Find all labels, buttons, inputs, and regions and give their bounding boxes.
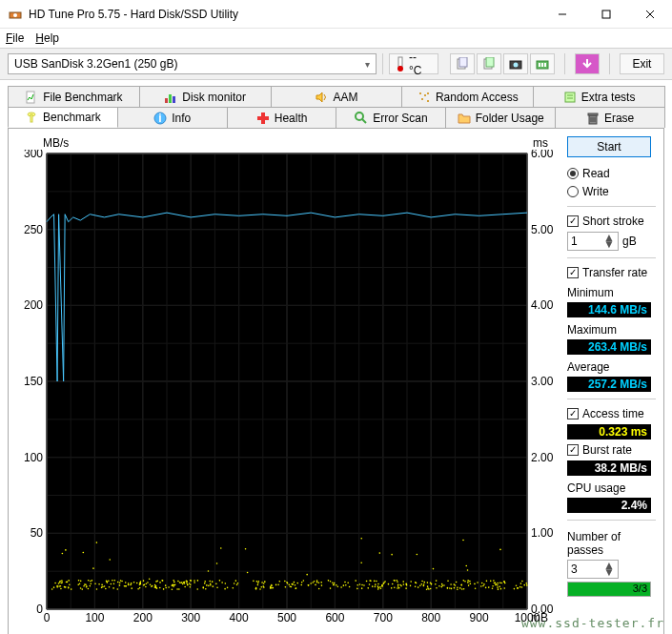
svg-point-133: [284, 581, 286, 583]
svg-point-387: [332, 582, 334, 583]
svg-point-226: [504, 583, 506, 584]
copy-result-button[interactable]: [477, 53, 501, 74]
tab-aam[interactable]: AAM: [271, 86, 403, 107]
svg-point-209: [96, 542, 98, 543]
svg-point-291: [321, 584, 323, 586]
tab-file-benchmark[interactable]: File Benchmark: [8, 86, 140, 107]
short-stroke-input[interactable]: 1▲▼: [567, 232, 619, 251]
svg-point-486: [394, 580, 396, 582]
minimize-button[interactable]: [540, 0, 584, 29]
svg-point-495: [187, 584, 189, 586]
tab-info[interactable]: iInfo: [117, 107, 228, 128]
svg-point-408: [136, 583, 138, 584]
copy-info-button[interactable]: [450, 53, 475, 74]
svg-point-99: [490, 581, 492, 583]
svg-rect-20: [169, 94, 172, 103]
svg-point-108: [137, 588, 139, 590]
svg-point-173: [314, 581, 316, 583]
svg-point-433: [119, 584, 121, 586]
passes-input[interactable]: 3▲▼: [567, 560, 619, 579]
svg-point-260: [433, 568, 435, 570]
svg-point-258: [163, 588, 165, 590]
svg-point-323: [417, 586, 419, 588]
svg-point-181: [345, 584, 347, 586]
start-button[interactable]: Start: [567, 136, 651, 157]
svg-point-364: [173, 582, 175, 583]
tab-extra-tests[interactable]: Extra tests: [533, 86, 665, 107]
menu-help[interactable]: Help: [35, 31, 59, 45]
tab-random-access[interactable]: Random Access: [401, 86, 534, 107]
svg-point-453: [227, 587, 229, 589]
svg-point-170: [334, 583, 336, 584]
svg-point-346: [176, 588, 178, 590]
svg-point-439: [161, 580, 163, 582]
tab-disk-monitor[interactable]: Disk monitor: [139, 86, 272, 107]
tab-benchmark[interactable]: Benchmark: [8, 107, 118, 128]
write-radio[interactable]: [567, 186, 579, 197]
svg-point-179: [91, 583, 92, 584]
device-select[interactable]: USB SanDisk 3.2Gen1 (250 gB) ▾: [8, 53, 377, 74]
svg-point-368: [318, 582, 320, 583]
svg-point-314: [521, 581, 523, 583]
svg-point-415: [204, 583, 206, 584]
window-title: HD Tune Pro 5.75 - Hard Disk/SSD Utility: [29, 8, 540, 21]
svg-point-271: [179, 582, 181, 583]
svg-point-235: [356, 584, 358, 586]
svg-point-289: [205, 588, 207, 590]
svg-point-7: [397, 66, 403, 72]
svg-point-136: [349, 586, 351, 588]
access-time-checkbox[interactable]: [567, 408, 579, 419]
menu-file[interactable]: File: [6, 31, 24, 45]
exit-button[interactable]: Exit: [620, 53, 664, 74]
svg-rect-21: [173, 96, 175, 103]
svg-point-396: [383, 583, 385, 584]
svg-point-303: [92, 580, 93, 582]
tab-folder-usage[interactable]: Folder Usage: [445, 107, 556, 128]
svg-point-454: [53, 586, 55, 588]
svg-point-492: [416, 583, 417, 584]
burst-rate-value: 38.2 MB/s: [567, 460, 651, 476]
minimum-label: Minimum: [567, 286, 656, 299]
short-stroke-checkbox[interactable]: [567, 215, 579, 227]
tab-erase[interactable]: Erase: [555, 107, 665, 128]
svg-point-313: [186, 581, 188, 583]
average-value: 257.2 MB/s: [567, 377, 651, 392]
save-button[interactable]: [575, 53, 600, 74]
svg-text:100: 100: [24, 451, 43, 464]
svg-point-487: [56, 586, 58, 588]
screenshot-button[interactable]: [503, 53, 528, 74]
svg-point-379: [486, 581, 488, 583]
svg-point-302: [369, 580, 371, 582]
svg-point-394: [219, 580, 221, 582]
svg-point-13: [514, 63, 519, 68]
svg-point-411: [447, 580, 449, 582]
svg-point-357: [104, 585, 106, 587]
svg-point-412: [380, 587, 382, 589]
svg-point-246: [388, 583, 390, 585]
svg-text:700: 700: [374, 611, 393, 624]
close-button[interactable]: [628, 0, 672, 29]
settings-button[interactable]: [530, 53, 555, 74]
svg-point-422: [108, 581, 110, 583]
read-radio[interactable]: [567, 168, 579, 179]
svg-point-437: [174, 584, 176, 586]
chart-ylabel-right: ms: [533, 136, 548, 150]
svg-point-382: [355, 580, 356, 582]
svg-point-470: [438, 585, 440, 587]
tab-health[interactable]: Health: [227, 107, 337, 128]
svg-point-389: [112, 587, 114, 589]
burst-rate-checkbox[interactable]: [567, 444, 579, 456]
transfer-rate-checkbox[interactable]: [567, 267, 579, 278]
svg-point-428: [310, 583, 312, 584]
svg-point-205: [92, 567, 94, 569]
svg-point-36: [356, 112, 363, 120]
svg-point-343: [172, 588, 173, 590]
maximize-button[interactable]: [584, 0, 628, 29]
svg-point-120: [65, 549, 67, 551]
svg-text:200: 200: [133, 611, 153, 624]
svg-text:0: 0: [36, 603, 43, 616]
svg-point-144: [467, 582, 469, 583]
tab-error-scan[interactable]: Error Scan: [336, 107, 446, 128]
svg-point-480: [361, 584, 363, 586]
svg-text:900: 900: [470, 611, 489, 624]
